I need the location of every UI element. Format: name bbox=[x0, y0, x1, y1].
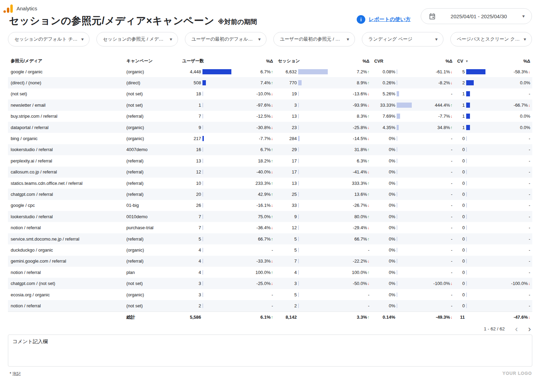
table-row[interactable]: notion / referral(not set)2-2-0%-0- bbox=[8, 300, 532, 311]
table-row[interactable]: duckduckgo / organic(organic)4-5-0%-0- bbox=[8, 244, 532, 255]
col-header-sessions-delta[interactable]: %Δ bbox=[328, 59, 371, 64]
users-bar bbox=[202, 181, 231, 186]
cvr-delta-cell: - bbox=[412, 292, 454, 297]
filter-chip-first-user-source-medium[interactable]: ユーザーの最初の参照元 / メ…▼ bbox=[273, 32, 355, 46]
table-row[interactable]: notion / referralplan4100.0%↑4100.0%↑0%-… bbox=[8, 267, 532, 278]
cv-cell: 1 bbox=[454, 125, 485, 130]
campaign-cell: (referral) bbox=[124, 258, 179, 264]
col-header-users-delta[interactable]: %Δ bbox=[231, 59, 275, 64]
sessions-bar bbox=[298, 80, 328, 85]
source-medium-cell: service.smt.docomo.ne.jp / referral bbox=[8, 236, 124, 242]
previous-page-button[interactable]: ‹ bbox=[515, 326, 518, 332]
cvr-bar bbox=[397, 181, 412, 186]
table-row[interactable]: buy.stripe.com / referral(referral)7-12.… bbox=[8, 111, 532, 122]
users-delta-cell: - bbox=[231, 292, 275, 297]
table-row[interactable]: chatgpt.com / referral(referral)2042.9%↑… bbox=[8, 189, 532, 200]
col-header-cvr-delta[interactable]: %Δ bbox=[412, 59, 454, 64]
col-header-source-medium[interactable]: 参照元/メディア bbox=[8, 58, 124, 64]
sessions-cell: 6,632 bbox=[275, 69, 328, 74]
col-header-cv-delta[interactable]: %Δ bbox=[485, 59, 532, 64]
cv-bar bbox=[466, 315, 485, 320]
cvr-delta-cell: - bbox=[412, 158, 454, 163]
table-row[interactable]: perplexity.ai / referral(referral)1318.2… bbox=[8, 155, 532, 166]
cvr-delta-cell: - bbox=[412, 147, 454, 152]
chevron-down-icon: ▼ bbox=[522, 14, 526, 18]
sessions-cell: 17 bbox=[275, 158, 328, 163]
sessions-cell: 13 bbox=[275, 181, 328, 186]
date-range-selector[interactable]: 2025/04/01 - 2025/04/30 ▼ bbox=[421, 8, 532, 24]
cvr-bar bbox=[397, 169, 412, 174]
cvr-delta-cell: - bbox=[412, 270, 454, 275]
campaign-cell: (referral) bbox=[124, 169, 179, 174]
source-medium-cell: ecosia.org / organic bbox=[8, 292, 124, 297]
col-header-sessions[interactable]: セッション bbox=[275, 58, 328, 64]
cv-cell: 0 bbox=[454, 147, 485, 152]
campaign-cell: (not set) bbox=[124, 91, 179, 96]
cv-cell: 1 bbox=[454, 114, 485, 119]
table-row[interactable]: notion / referralpurchase-trial7-36.4%↓1… bbox=[8, 222, 532, 233]
table-row[interactable]: callosum.co.jp / referral(referral)12-40… bbox=[8, 167, 532, 178]
col-header-campaign[interactable]: キャンペーン bbox=[124, 58, 179, 64]
info-icon[interactable]: i bbox=[357, 15, 365, 24]
table-row[interactable]: gemini.google.com / referral(referral)4-… bbox=[8, 256, 532, 267]
cvr-bar bbox=[397, 125, 412, 130]
filter-chip-session-default-channel[interactable]: セッションのデフォルト チャ…▼ bbox=[8, 32, 90, 46]
cv-bar bbox=[466, 236, 485, 242]
campaign-cell: (organic) bbox=[124, 136, 179, 141]
cv-bar bbox=[466, 136, 485, 141]
table-row[interactable]: chatgpt.com / (not set)(not set)3-25.0%↓… bbox=[8, 278, 532, 289]
table-row[interactable]: service.smt.docomo.ne.jp / referral(refe… bbox=[8, 233, 532, 244]
table-row[interactable]: bing / organic(organic)217-7.7%↓284-14.5… bbox=[8, 133, 532, 144]
cv-bar bbox=[466, 181, 485, 186]
cv-delta-cell: 0.0% bbox=[485, 125, 532, 130]
table-row[interactable]: statics.teams.cdn.office.net / referral(… bbox=[8, 178, 532, 189]
next-page-button[interactable]: › bbox=[528, 326, 531, 332]
cv-delta-cell: - bbox=[485, 292, 532, 297]
users-bar bbox=[202, 214, 231, 219]
filter-chip-first-user-default-channel[interactable]: ユーザーの最初のデフォルト …▼ bbox=[185, 32, 266, 46]
down-arrow-icon: ↓ bbox=[367, 225, 369, 230]
report-help-link[interactable]: レポートの使い方 bbox=[369, 16, 411, 23]
cv-cell: 0 bbox=[454, 181, 485, 186]
filter-chip-page-path-screen-class[interactable]: ページパスとスクリーン クラス▼ bbox=[450, 32, 532, 46]
cvr-cell: 0% bbox=[371, 258, 412, 264]
users-delta-cell: 75.0%↑ bbox=[231, 214, 275, 219]
cvr-cell: 0% bbox=[371, 270, 412, 275]
cv-cell: 0 bbox=[454, 258, 485, 264]
cv-cell: 0 bbox=[454, 169, 485, 174]
sessions-delta-cell: -13.6%↓ bbox=[328, 91, 371, 96]
table-row[interactable]: dataportal / referral(organic)9-30.8%↓23… bbox=[8, 122, 532, 133]
filter-chip-landing-page[interactable]: ランディング ページ▼ bbox=[362, 32, 443, 46]
table-row[interactable]: ecosia.org / organic(organic)3-5-0%-0- bbox=[8, 289, 532, 300]
table-row[interactable]: lookerstudio / referral4007demo166.7%↑29… bbox=[8, 144, 532, 155]
down-arrow-icon: ↓ bbox=[528, 103, 530, 108]
col-header-users[interactable]: ユーザー数 bbox=[179, 58, 231, 64]
sessions-cell: 2 bbox=[275, 303, 328, 308]
cvr-cell: 0% bbox=[371, 292, 412, 297]
table-row[interactable]: google / cpc01-big26-16.1%↓33-26.7%↓0%-0… bbox=[8, 200, 532, 211]
cv-cell: 0 bbox=[454, 203, 485, 208]
table-row[interactable]: google / organic(organic)4,4486.7%↑6,632… bbox=[8, 66, 532, 77]
table-row[interactable]: newsletter / email(not set)1-97.6%↓3-93.… bbox=[8, 99, 532, 110]
col-header-cv[interactable]: CV▼ bbox=[454, 59, 485, 64]
sessions-delta-cell: 8.9%↑ bbox=[328, 80, 371, 85]
col-header-cvr[interactable]: CVR bbox=[371, 59, 412, 64]
total-label-cell: 総計 bbox=[124, 314, 179, 320]
filter-chip-session-source-medium[interactable]: セッションの参照元 / メディア▼ bbox=[96, 32, 178, 46]
cv-cell: 0 bbox=[454, 192, 485, 197]
sessions-bar bbox=[298, 247, 328, 253]
cv-cell: 0 bbox=[454, 270, 485, 275]
users-bar bbox=[202, 192, 231, 197]
users-bar bbox=[202, 236, 231, 242]
sessions-bar bbox=[298, 69, 328, 74]
down-arrow-icon: ↓ bbox=[367, 203, 369, 208]
cvr-cell: 0% bbox=[371, 147, 412, 152]
table-row[interactable]: lookerstudio / referral0010demo775.0%↑98… bbox=[8, 211, 532, 222]
down-arrow-icon: ↓ bbox=[271, 259, 273, 264]
sessions-bar bbox=[298, 258, 328, 264]
users-bar bbox=[202, 281, 231, 286]
users-bar bbox=[202, 147, 231, 152]
comment-box[interactable]: コメント記入欄 bbox=[8, 335, 532, 367]
table-row[interactable]: (not set)(not set)18-10.0%↓19-13.6%↓5.26… bbox=[8, 88, 532, 99]
table-row[interactable]: (direct) / (none)(direct)5087.4%↑7708.9%… bbox=[8, 77, 532, 88]
